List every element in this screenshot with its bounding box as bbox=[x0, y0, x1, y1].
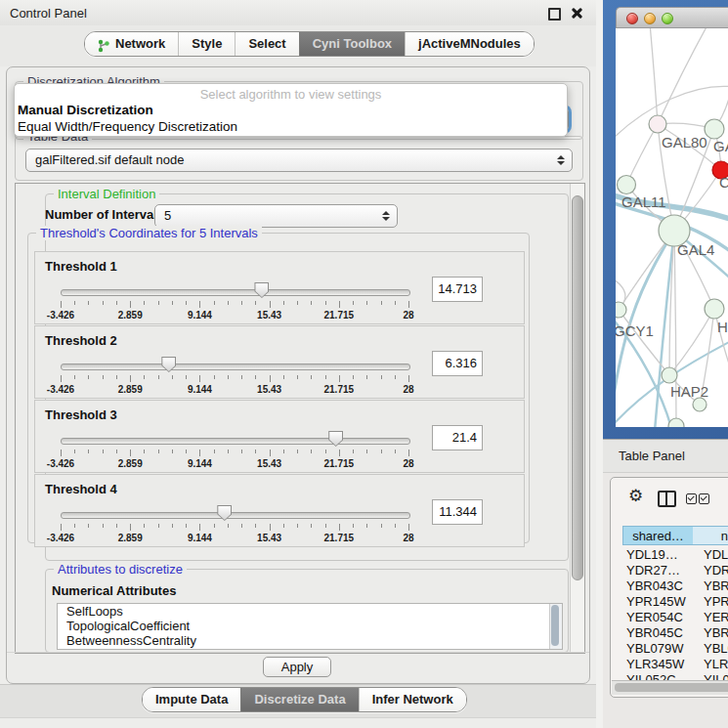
tick-mark bbox=[241, 375, 242, 379]
panel-divider[interactable] bbox=[596, 0, 603, 728]
slider-track[interactable] bbox=[61, 289, 410, 296]
settings-vertical-scrollbar[interactable] bbox=[570, 184, 584, 653]
tick-mark bbox=[214, 301, 215, 305]
screen: Control Panel NetworkStyleSelectCyni Too… bbox=[0, 0, 728, 728]
tick-mark bbox=[116, 301, 117, 305]
tick-mark bbox=[228, 450, 229, 453]
tick-mark bbox=[186, 301, 187, 305]
attribute-item[interactable]: TopologicalCoefficient bbox=[58, 619, 562, 633]
table-row[interactable]: YPR145WYPR1 bbox=[611, 594, 728, 610]
tick-mark bbox=[130, 375, 131, 382]
tick-mark bbox=[366, 450, 367, 453]
tick-mark bbox=[130, 301, 131, 308]
tick-label: 2.859 bbox=[118, 384, 143, 395]
minimize-traffic-light[interactable] bbox=[644, 13, 656, 24]
tick-mark bbox=[61, 375, 62, 382]
table-row[interactable]: YBR043CYBR0 bbox=[611, 578, 728, 594]
network-node[interactable] bbox=[616, 302, 626, 318]
network-edge[interactable] bbox=[658, 28, 708, 124]
apply-button[interactable]: Apply bbox=[263, 657, 331, 677]
threshold-value-field[interactable]: 21.4 bbox=[432, 425, 483, 450]
dropdown-option-manual-discretization[interactable]: Manual Discretization bbox=[15, 102, 567, 118]
column-header-na[interactable]: na bbox=[693, 526, 728, 545]
network-node[interactable] bbox=[705, 119, 724, 139]
tick-mark bbox=[381, 375, 382, 379]
tick-mark bbox=[214, 524, 215, 528]
tab-network[interactable]: Network bbox=[85, 32, 178, 56]
tick-mark bbox=[116, 450, 117, 453]
table-data-combobox[interactable]: galFiltered.sif default node bbox=[25, 149, 573, 172]
cell-name: YDR2 bbox=[704, 563, 728, 578]
tick-mark bbox=[366, 301, 367, 305]
threshold-slider[interactable]: -3.4262.8599.14415.4321.71528 bbox=[61, 432, 408, 469]
threshold-value-field[interactable]: 11.344 bbox=[432, 499, 483, 525]
tick-mark bbox=[158, 375, 159, 379]
threshold-label: Threshold 2 bbox=[45, 333, 117, 348]
table-row[interactable]: YDL19…YDL1 bbox=[611, 547, 728, 563]
checkbox-icon[interactable] bbox=[699, 493, 709, 504]
threshold-slider[interactable]: -3.4262.8599.14415.4321.71528 bbox=[61, 283, 408, 321]
table-row[interactable]: YLR345WYLR3 bbox=[611, 657, 728, 672]
tick-mark bbox=[297, 524, 298, 528]
gear-icon[interactable]: ⚙ bbox=[628, 486, 643, 506]
close-icon[interactable] bbox=[572, 8, 582, 19]
tab-label: Network bbox=[115, 32, 165, 56]
tab-cyni-toolbox[interactable]: Cyni Toolbox bbox=[299, 32, 405, 56]
zoom-traffic-light[interactable] bbox=[662, 13, 673, 24]
network-edge[interactable] bbox=[626, 124, 658, 185]
tick-mark bbox=[172, 450, 173, 453]
dropdown-option-equal-width-frequency-discretization[interactable]: Equal Width/Frequency Discretization bbox=[15, 118, 567, 135]
tab-style[interactable]: Style bbox=[178, 32, 235, 56]
apply-separator bbox=[7, 652, 589, 653]
tab-impute-data[interactable]: Impute Data bbox=[143, 688, 240, 711]
threshold-slider[interactable]: -3.4262.8599.14415.4321.71528 bbox=[61, 358, 408, 395]
network-node[interactable] bbox=[668, 418, 684, 427]
scrollbar-thumb[interactable] bbox=[572, 195, 583, 580]
network-node[interactable] bbox=[662, 367, 677, 383]
tick-mark bbox=[366, 524, 367, 528]
network-node[interactable] bbox=[618, 176, 636, 194]
tick-mark bbox=[241, 450, 242, 453]
scrollbar-thumb[interactable] bbox=[615, 683, 728, 692]
table-panel-titlebar: Table Panel bbox=[603, 439, 728, 473]
tab-label: Style bbox=[192, 32, 222, 56]
tick-mark bbox=[297, 450, 298, 453]
table-row[interactable]: YBR045CYBR0 bbox=[611, 625, 728, 641]
checkbox-icon[interactable] bbox=[686, 493, 697, 504]
tick-label: 9.144 bbox=[188, 458, 212, 469]
table-row[interactable]: YBL079WYBL0 bbox=[611, 641, 728, 657]
threshold-label: Threshold 3 bbox=[45, 407, 117, 422]
table-row[interactable]: YDR27…YDR2 bbox=[611, 563, 728, 578]
tab-label: Cyni Toolbox bbox=[313, 32, 392, 56]
cell-name: YDL1 bbox=[704, 547, 728, 562]
tick-mark bbox=[270, 524, 271, 531]
network-node[interactable] bbox=[705, 299, 724, 319]
close-traffic-light[interactable] bbox=[626, 13, 638, 24]
column-layout-icon[interactable] bbox=[658, 491, 676, 507]
number-of-intervals-combobox[interactable]: 5 bbox=[154, 204, 398, 228]
tab-select[interactable]: Select bbox=[235, 32, 298, 56]
network-canvas[interactable]: GAL80GACGAL11GAL4GCY1HHAP2 bbox=[616, 28, 728, 427]
threshold-value-field[interactable]: 14.713 bbox=[432, 277, 483, 302]
attributes-list-scrollbar[interactable] bbox=[549, 604, 562, 649]
slider-track[interactable] bbox=[61, 512, 410, 519]
float-window-icon[interactable] bbox=[548, 8, 561, 21]
slider-track[interactable] bbox=[61, 364, 410, 370]
attribute-item[interactable]: SelfLoops bbox=[58, 604, 562, 619]
tick-mark bbox=[353, 524, 354, 528]
tab-infer-network[interactable]: Infer Network bbox=[359, 688, 466, 711]
table-horizontal-scrollbar[interactable] bbox=[612, 680, 728, 695]
tab-label: jActiveMNodules bbox=[418, 32, 521, 56]
network-node[interactable] bbox=[649, 115, 666, 133]
threshold-slider[interactable]: -3.4262.8599.14415.4321.71528 bbox=[61, 506, 408, 543]
tab-discretize-data[interactable]: Discretize Data bbox=[240, 688, 358, 711]
attribute-item[interactable]: BetweennessCentrality bbox=[58, 633, 562, 648]
tick-mark bbox=[199, 450, 200, 456]
threshold-value-field[interactable]: 6.316 bbox=[432, 351, 483, 376]
table-row[interactable]: YER054CYER0 bbox=[611, 610, 728, 625]
network-node[interactable] bbox=[693, 398, 707, 411]
slider-track[interactable] bbox=[61, 438, 410, 445]
tab-jactivemnodules[interactable]: jActiveMNodules bbox=[405, 32, 534, 56]
column-header-shared-[interactable]: shared… bbox=[622, 526, 694, 545]
tick-mark bbox=[74, 450, 75, 453]
